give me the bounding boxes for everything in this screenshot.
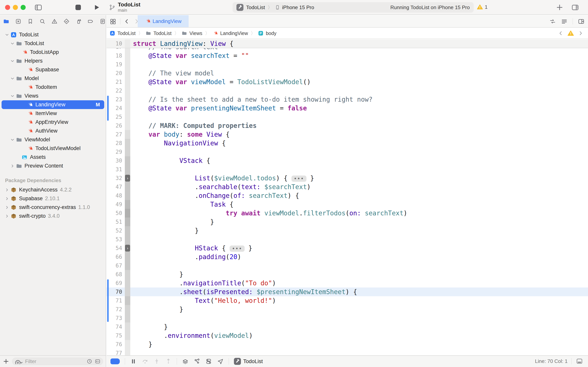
code-line-75[interactable]: 75 .environment(viewModel)	[107, 331, 588, 340]
code-line-51[interactable]: 51 }	[107, 217, 588, 226]
line-number[interactable]: 22	[107, 87, 125, 94]
issues-navigator-icon[interactable]	[51, 18, 58, 25]
memory-graph-icon[interactable]	[194, 358, 200, 365]
code-line-48[interactable]: 48 .onChange(of: searchText) {	[107, 191, 588, 200]
related-items-icon[interactable]	[110, 18, 116, 25]
code-line-72[interactable]: 72 }	[107, 305, 588, 314]
debug-area-toggle-icon[interactable]	[576, 358, 583, 365]
traffic-light-close[interactable]	[5, 5, 10, 10]
add-editor-icon[interactable]	[578, 18, 585, 25]
line-number[interactable]: 77	[107, 350, 125, 355]
line-number[interactable]: 52	[107, 227, 125, 234]
breadcrumb-item[interactable]: LandingView	[220, 31, 248, 36]
scheme-selector[interactable]: TodoList 〉 iPhone 15 Pro Running TodoLis…	[233, 2, 474, 13]
line-number[interactable]: 30	[107, 158, 125, 164]
chevron-right-icon[interactable]	[5, 214, 9, 218]
line-number[interactable]: 75	[107, 332, 125, 339]
find-navigator-icon[interactable]	[39, 18, 45, 25]
line-number[interactable]: 18	[107, 52, 125, 59]
pause-execution-icon[interactable]	[130, 358, 137, 365]
chevron-right-icon[interactable]	[5, 205, 9, 210]
view-hierarchy-icon[interactable]	[182, 358, 189, 365]
sidebar-item-model[interactable]: Model	[0, 74, 106, 83]
chevron-right-icon[interactable]	[5, 188, 9, 192]
code-line-26[interactable]: 26 // MARK: Computed properties	[107, 121, 588, 130]
code-line-30[interactable]: 30 VStack {	[107, 156, 588, 165]
add-file-button[interactable]	[3, 358, 9, 365]
code-line-68[interactable]: 68 }	[107, 270, 588, 279]
source-change-bar[interactable]	[107, 296, 109, 305]
sidebar-item-todolistviewmodel[interactable]: TodoListViewModel	[0, 144, 106, 153]
debug-navigator-icon[interactable]	[76, 18, 82, 25]
source-change-bar[interactable]	[107, 96, 109, 104]
line-number[interactable]: 53	[107, 236, 125, 242]
breadcrumb[interactable]: TodoList〉TodoList〉Views〉LandingView〉Pbod…	[110, 30, 276, 36]
line-number[interactable]: 26	[107, 123, 125, 129]
bookmarks-navigator-icon[interactable]	[27, 18, 34, 25]
step-over-icon[interactable]	[142, 358, 148, 365]
code-line-22[interactable]: 22	[107, 86, 588, 95]
chevron-down-icon[interactable]	[10, 137, 15, 142]
sidebar-item-viewmodel[interactable]: ViewModel	[0, 135, 106, 144]
package-item-supabase[interactable]: Supabase2.10.1	[0, 194, 106, 203]
line-number[interactable]: 48	[107, 192, 125, 199]
chevron-down-icon[interactable]	[10, 94, 15, 98]
reports-navigator-icon[interactable]	[100, 18, 106, 25]
code-line-54[interactable]: 54› HStack { ••• }	[107, 244, 588, 252]
code-line-53[interactable]: 53	[107, 235, 588, 244]
source-change-bar[interactable]	[107, 113, 109, 121]
fold-marker[interactable]: ›	[125, 175, 130, 182]
line-number[interactable]: 24	[107, 105, 125, 111]
line-number[interactable]: 67	[107, 262, 125, 269]
code-line-50[interactable]: 50 try await viewModel.filterTodos(on: s…	[107, 209, 588, 217]
next-issue-icon[interactable]	[578, 31, 583, 36]
code-line-70[interactable]: 70 .sheet(isPresented: $presentingNewIte…	[107, 287, 588, 296]
sidebar-toggle-icon[interactable]	[34, 3, 42, 11]
breakpoints-navigator-icon[interactable]	[87, 18, 94, 25]
filter-field[interactable]: Filter	[12, 358, 103, 365]
code-line-67[interactable]: 67	[107, 261, 588, 270]
line-number[interactable]: 73	[107, 315, 125, 321]
code-line-76[interactable]: 76 }	[107, 340, 588, 349]
code-fold-chip[interactable]: •••	[292, 175, 306, 182]
scheme-project[interactable]: TodoList	[246, 4, 265, 10]
code-line-69[interactable]: 69 .navigationTitle("To do")	[107, 279, 588, 287]
line-number[interactable]: 21	[107, 79, 125, 85]
source-change-bar[interactable]	[107, 305, 109, 314]
line-number[interactable]: 54	[107, 245, 125, 251]
sidebar-item-todolistapp[interactable]: TodoListApp	[0, 48, 106, 57]
sidebar-item-views[interactable]: Views	[0, 92, 106, 100]
chevron-down-icon[interactable]	[10, 59, 15, 63]
sidebar-item-todolist[interactable]: TodoList	[0, 30, 106, 39]
tests-navigator-icon[interactable]	[63, 18, 70, 25]
previous-issue-icon[interactable]	[558, 31, 563, 36]
sidebar-item-itemview[interactable]: ItemView	[0, 109, 106, 118]
source-change-bar[interactable]	[107, 104, 109, 113]
code-line-29[interactable]: 29	[107, 148, 588, 156]
project-navigator-icon[interactable]	[3, 18, 9, 25]
code-review-icon[interactable]	[549, 18, 556, 25]
sidebar-item-preview-content[interactable]: Preview Content	[0, 162, 106, 170]
line-number[interactable]: 28	[107, 140, 125, 146]
code-line-28[interactable]: 28 NavigationView {	[107, 139, 588, 148]
line-number[interactable]: 20	[107, 70, 125, 76]
sidebar-item-landingview[interactable]: LandingViewM	[1, 100, 104, 109]
running-process[interactable]: TodoList	[234, 358, 263, 365]
run-button[interactable]	[93, 4, 100, 11]
code-line-32[interactable]: 32› List($viewModel.todos) { ••• }	[107, 174, 588, 183]
recent-files-icon[interactable]	[86, 359, 92, 364]
fold-marker[interactable]: ›	[125, 245, 130, 251]
warning-icon[interactable]	[567, 30, 574, 37]
step-into-icon[interactable]	[153, 358, 160, 365]
line-number[interactable]: 29	[107, 149, 125, 155]
sidebar-item-authview[interactable]: AuthView	[0, 126, 106, 135]
line-number[interactable]: 25	[107, 114, 125, 120]
back-button[interactable]	[124, 18, 130, 25]
line-number[interactable]: 51	[107, 219, 125, 225]
filter-menu-icon[interactable]	[15, 359, 23, 364]
code-line-23[interactable]: 23 // Is the sheet to add a new to-do it…	[107, 95, 588, 104]
code-line-19[interactable]: 19	[107, 60, 588, 69]
package-item-swift-crypto[interactable]: swift-crypto3.4.0	[0, 212, 106, 220]
line-number[interactable]: 76	[107, 341, 125, 348]
line-number[interactable]: 69	[107, 280, 125, 286]
